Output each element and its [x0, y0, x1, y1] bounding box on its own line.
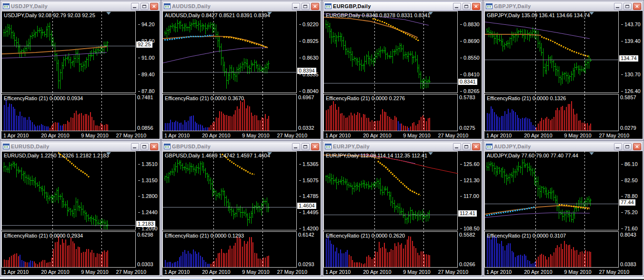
price-scale[interactable]: 1.35101.31501.28001.24401.20901.21830.62…	[136, 151, 160, 268]
price-chart-pane[interactable]: AUDJPY,Daily 77.60 79.00 77.40 77.44	[484, 151, 619, 230]
price-tick: 0.8630	[299, 55, 319, 61]
indicator-max-tick: 0.7481	[137, 94, 153, 100]
price-tick: 1.4495	[299, 209, 319, 215]
chart-window-icon[interactable]	[3, 144, 10, 149]
indicator-pane[interactable]: EfficencyRatio (21) 0.0000 0.3670	[162, 94, 297, 131]
indicator-pane[interactable]: EfficencyRatio (21) 0.0000 0.1326	[484, 94, 619, 131]
window-titlebar[interactable]: GBPUSD,Daily	[162, 142, 321, 151]
price-tick: 0.9220	[299, 21, 319, 27]
price-chart-pane[interactable]: EURUSD,Daily 1.2250 1.2326 1.2182 1.2183	[1, 151, 136, 230]
current-price-badge: 77.44	[619, 199, 635, 206]
close-button[interactable]	[311, 3, 319, 10]
current-price-line	[163, 207, 296, 207]
time-scale[interactable]: 1 Apr 2010 20 Apr 2010 9 May 2010 27 May…	[323, 268, 482, 275]
chart-window-gbpusd: GBPUSD,Daily GBPUSD,Daily 1.4669 1.4742 …	[161, 140, 322, 277]
chart-window-icon[interactable]	[486, 144, 493, 149]
time-scale[interactable]: 1 Apr 2010 20 Apr 2010 9 May 2010 27 May…	[162, 131, 321, 139]
minimize-button[interactable]	[614, 3, 622, 10]
date-axis-label: 27 May 2010	[116, 269, 146, 275]
minimize-button[interactable]	[453, 143, 461, 150]
window-titlebar[interactable]: EURUSD,Daily	[1, 142, 160, 151]
indicator-pane[interactable]: EfficencyRatio (21) 0.0000 0.2934	[1, 231, 136, 268]
close-button[interactable]	[150, 143, 158, 150]
indicator-max-tick: 0.5582	[459, 232, 475, 238]
close-button[interactable]	[311, 143, 319, 150]
date-axis-label: 20 Apr 2010	[41, 133, 69, 138]
price-scale[interactable]: 125.60121.30117.00108.50112.410.55820.02…	[458, 151, 482, 268]
window-title: AUDUSD,Daily	[172, 3, 291, 9]
window-titlebar[interactable]: AUDUSD,Daily	[162, 1, 321, 11]
period-separator	[101, 151, 102, 268]
time-scale[interactable]: 1 Apr 2010 20 Apr 2010 9 May 2010 27 May…	[1, 131, 160, 139]
price-chart-pane[interactable]: EURJPY,Daily 112.09 114.14 112.35 112.41	[323, 151, 458, 230]
price-scale[interactable]: 94.2092.6091.0089.4087.8092.250.74810.08…	[136, 11, 160, 131]
price-scale[interactable]: 1.53651.50751.47851.44951.42001.46040.61…	[297, 151, 321, 268]
maximize-button[interactable]	[141, 3, 149, 10]
price-chart-pane[interactable]: EURGBP,Daily 0.8348 0.8378 0.8331 0.8341	[323, 11, 458, 93]
minimize-button[interactable]	[131, 3, 139, 10]
window-titlebar[interactable]: GBPJPY,Daily	[484, 1, 643, 11]
chart-window-icon[interactable]	[325, 144, 332, 149]
current-price-badge: 0.8394	[297, 68, 316, 74]
chart-shift-triangle-icon[interactable]	[267, 152, 272, 155]
date-axis-label: 20 Apr 2010	[202, 133, 230, 138]
close-button[interactable]	[472, 3, 480, 10]
close-button[interactable]	[633, 3, 641, 10]
maximize-button[interactable]	[624, 3, 632, 10]
minimize-button[interactable]	[131, 143, 139, 150]
minimize-button[interactable]	[292, 3, 300, 10]
time-scale[interactable]: 1 Apr 2010 20 Apr 2010 9 May 2010 27 May…	[323, 131, 482, 139]
price-chart-pane[interactable]: GBPUSD,Daily 1.4669 1.4742 1.4597 1.4604	[162, 151, 297, 230]
current-price-badge: 92.25	[136, 41, 152, 48]
chart-shift-triangle-icon[interactable]	[106, 12, 111, 15]
minimize-button[interactable]	[453, 3, 461, 10]
maximize-button[interactable]	[624, 143, 632, 150]
close-button[interactable]	[633, 143, 641, 150]
price-scale[interactable]: 143.70139.40130.70126.40134.740.58570.02…	[619, 11, 643, 131]
minimize-button[interactable]	[614, 143, 622, 150]
indicator-pane[interactable]: EfficencyRatio (21) 0.0000 0.2276	[323, 94, 458, 131]
window-title: USDJPY,Daily	[11, 3, 130, 9]
client-area-edge	[0, 277, 644, 280]
chart-shift-triangle-icon[interactable]	[428, 12, 433, 15]
price-chart-pane[interactable]: USDJPY,Daily 92.08 92.79 92.03 92.25	[1, 11, 136, 93]
indicator-pane[interactable]: EfficencyRatio (21) 0.0000 0.3107	[484, 231, 619, 268]
chart-window-icon[interactable]	[3, 3, 10, 9]
maximize-button[interactable]	[141, 143, 149, 150]
chart-window-icon[interactable]	[164, 3, 171, 9]
chart-shift-triangle-icon[interactable]	[267, 12, 272, 15]
maximize-button[interactable]	[463, 143, 471, 150]
maximize-button[interactable]	[302, 3, 310, 10]
window-titlebar[interactable]: USDJPY,Daily	[1, 1, 160, 11]
chart-window-icon[interactable]	[164, 144, 171, 149]
maximize-button[interactable]	[463, 3, 471, 10]
price-chart-pane[interactable]: GBPJPY,Daily 135.09 136.41 134.66 134.74	[484, 11, 619, 93]
chart-window-icon[interactable]	[325, 3, 332, 9]
indicator-pane[interactable]: EfficencyRatio (21) 0.0000 0.2620	[323, 231, 458, 268]
chart-shift-triangle-icon[interactable]	[428, 152, 433, 155]
period-separator	[535, 11, 536, 131]
chart-shift-triangle-icon[interactable]	[589, 152, 594, 155]
chart-shift-triangle-icon[interactable]	[589, 12, 594, 15]
chart-window-icon[interactable]	[486, 3, 493, 9]
minimize-button[interactable]	[292, 143, 300, 150]
close-button[interactable]	[150, 3, 158, 10]
time-scale[interactable]: 1 Apr 2010 20 Apr 2010 9 May 2010 27 May…	[1, 268, 160, 275]
indicator-pane[interactable]: EfficencyRatio (21) 0.0000 0.1293	[162, 231, 297, 268]
date-axis-label: 1 Apr 2010	[3, 269, 29, 275]
time-scale[interactable]: 1 Apr 2010 20 Apr 2010 9 May 2010 27 May…	[484, 268, 643, 275]
close-button[interactable]	[472, 143, 480, 150]
price-scale[interactable]: 0.88300.86900.85500.84100.82650.83410.57…	[458, 11, 482, 131]
time-scale[interactable]: 1 Apr 2010 20 Apr 2010 9 May 2010 27 May…	[484, 131, 643, 139]
window-titlebar[interactable]: AUDJPY,Daily	[484, 142, 643, 151]
price-chart-pane[interactable]: AUDUSD,Daily 0.8427 0.8521 0.8391 0.8394	[162, 11, 297, 93]
indicator-pane[interactable]: EfficencyRatio (21) 0.0000 0.0934	[1, 94, 136, 131]
date-axis-label: 9 May 2010	[242, 269, 269, 275]
price-scale[interactable]: 86.1082.5078.8075.2071.6077.440.80430.03…	[619, 151, 643, 268]
price-scale[interactable]: 0.92200.89250.86300.83350.80400.83940.69…	[297, 11, 321, 131]
window-titlebar[interactable]: EURGBP,Daily	[323, 1, 482, 11]
chart-shift-triangle-icon[interactable]	[106, 152, 111, 155]
time-scale[interactable]: 1 Apr 2010 20 Apr 2010 9 May 2010 27 May…	[162, 268, 321, 275]
window-titlebar[interactable]: EURJPY,Daily	[323, 142, 482, 151]
maximize-button[interactable]	[302, 143, 310, 150]
